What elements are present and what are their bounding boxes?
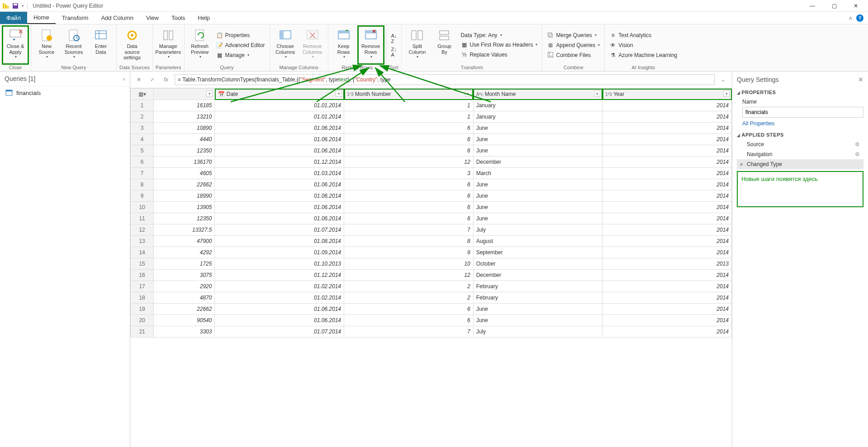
table-row[interactable]: 2 13210 01.01.2014 1 January 2014 — [131, 111, 732, 123]
cell[interactable]: 01.10.2013 — [215, 258, 344, 270]
cell[interactable]: 12350 — [154, 145, 215, 157]
cell[interactable]: 01.09.2014 — [215, 247, 344, 258]
cell[interactable]: March — [473, 168, 602, 179]
step-changed-type[interactable]: Changed Type — [737, 159, 863, 169]
table-row[interactable]: 21 3303 01.07.2014 7 July 2014 — [131, 326, 732, 338]
cell[interactable]: 13905 — [154, 202, 215, 213]
table-row[interactable]: 8 22662 01.06.2014 6 June 2014 — [131, 179, 732, 190]
save-icon[interactable] — [12, 2, 19, 10]
table-row[interactable]: 1 16185 01.01.2014 1 January 2014 — [131, 100, 732, 111]
table-row[interactable]: 4 4440 01.06.2014 6 June 2014 — [131, 134, 732, 145]
col-date[interactable]: 📅 Date▾ — [215, 89, 344, 100]
cell[interactable]: 3303 — [154, 326, 215, 338]
cell[interactable]: 9 — [344, 247, 474, 258]
cell[interactable]: 90540 — [154, 315, 215, 326]
cell[interactable]: 6 — [344, 213, 474, 224]
tab-home[interactable]: Home — [27, 12, 56, 24]
table-row[interactable]: 20 90540 01.06.2014 6 June 2014 — [131, 315, 732, 326]
sort-desc-button[interactable]: Z↓A — [389, 46, 399, 58]
minimize-button[interactable]: — — [806, 1, 819, 10]
table-corner[interactable]: ▦▾ — [131, 89, 154, 100]
cell[interactable]: June — [473, 213, 602, 224]
data-grid[interactable]: ▦▾ ▾ 📅 Date▾ 1²3 Month Number▾ Aᴮc Month… — [130, 88, 732, 447]
first-row-headers-button[interactable]: ▦Use First Row as Headers — [459, 40, 539, 49]
cell[interactable]: 2014 — [602, 123, 732, 134]
cell[interactable]: 1 — [344, 111, 474, 123]
cell[interactable]: January — [473, 111, 602, 123]
cell[interactable]: 6 — [344, 145, 474, 157]
table-row[interactable]: 10 13905 01.06.2014 6 June 2014 — [131, 202, 732, 213]
table-row[interactable]: 19 22662 01.06.2014 6 June 2014 — [131, 304, 732, 315]
cell[interactable]: 4440 — [154, 134, 215, 145]
keep-rows-button[interactable]: KeepRows — [331, 26, 356, 64]
filter-icon[interactable]: ▾ — [723, 90, 730, 97]
cell[interactable]: 01.06.2014 — [215, 145, 344, 157]
cell[interactable]: 2014 — [602, 100, 732, 111]
cell[interactable]: 01.12.2014 — [215, 157, 344, 168]
data-source-settings-button[interactable]: Data sourcesettings — [119, 26, 145, 64]
cell[interactable]: 01.12.2014 — [215, 270, 344, 281]
expand-formula-icon[interactable]: ⌄ — [718, 75, 728, 85]
data-type-button[interactable]: Data Type: Any — [459, 31, 539, 39]
col-unnamed[interactable]: ▾ — [154, 89, 215, 100]
table-row[interactable]: 13 47900 01.08.2014 8 August 2014 — [131, 236, 732, 247]
cell[interactable]: 2014 — [602, 168, 732, 179]
cell[interactable]: June — [473, 315, 602, 326]
gear-icon[interactable]: ⚙ — [855, 141, 860, 147]
cell[interactable]: June — [473, 145, 602, 157]
query-item-financials[interactable]: financials — [0, 86, 130, 99]
cell[interactable]: July — [473, 224, 602, 236]
replace-values-button[interactable]: ½Replace Values — [459, 50, 539, 59]
fx-icon[interactable]: fx — [161, 75, 171, 85]
cell[interactable]: 3 — [344, 168, 474, 179]
cell[interactable]: 01.06.2014 — [215, 179, 344, 190]
step-navigation[interactable]: Navigation⚙ — [737, 149, 863, 159]
group-by-button[interactable]: GroupBy — [432, 26, 457, 64]
cell[interactable]: 12350 — [154, 213, 215, 224]
table-row[interactable]: 12 13327.5 01.07.2014 7 July 2014 — [131, 224, 732, 236]
cell[interactable]: 2014 — [602, 157, 732, 168]
tab-help[interactable]: Help — [191, 12, 216, 24]
filter-icon[interactable]: ▾ — [594, 90, 600, 97]
tab-file[interactable]: Файл — [0, 12, 27, 24]
cell[interactable]: 2014 — [602, 202, 732, 213]
azure-ml-button[interactable]: ⚗Azure Machine Learning — [607, 51, 679, 60]
cell[interactable]: 6 — [344, 190, 474, 202]
cell[interactable]: 2014 — [602, 315, 732, 326]
cell[interactable]: 47900 — [154, 236, 215, 247]
remove-rows-button[interactable]: RemoveRows — [358, 26, 384, 64]
col-year[interactable]: 1²3 Year▾ — [602, 89, 732, 100]
table-row[interactable]: 17 2920 01.02.2014 2 February 2014 — [131, 281, 732, 292]
cell[interactable]: February — [473, 292, 602, 304]
append-queries-button[interactable]: ⊞Append Queries — [545, 41, 602, 50]
gear-icon[interactable]: ⚙ — [855, 151, 860, 157]
cell[interactable]: 2014 — [602, 190, 732, 202]
cell[interactable]: September — [473, 247, 602, 258]
cell[interactable]: 01.02.2014 — [215, 281, 344, 292]
cell[interactable]: 01.06.2014 — [215, 213, 344, 224]
recent-sources-button[interactable]: RecentSources — [61, 26, 86, 64]
cell[interactable]: 01.07.2014 — [215, 224, 344, 236]
cell[interactable]: 1 — [344, 100, 474, 111]
table-row[interactable]: 14 4292 01.09.2014 9 September 2014 — [131, 247, 732, 258]
enter-data-button[interactable]: EnterData — [88, 26, 114, 64]
table-row[interactable]: 15 1725 01.10.2013 10 October 2013 — [131, 258, 732, 270]
merge-queries-button[interactable]: ⿻Merge Queries — [545, 31, 602, 40]
filter-icon[interactable]: ▾ — [206, 90, 213, 97]
cell[interactable]: 01.06.2014 — [215, 202, 344, 213]
cell[interactable]: 12 — [344, 270, 474, 281]
cell[interactable]: June — [473, 123, 602, 134]
cell[interactable]: 2920 — [154, 281, 215, 292]
cell[interactable]: July — [473, 326, 602, 338]
cell[interactable]: 2014 — [602, 247, 732, 258]
collapse-ribbon-icon[interactable]: ∧ — [849, 15, 853, 21]
cell[interactable]: 3075 — [154, 270, 215, 281]
cell[interactable]: 01.06.2014 — [215, 190, 344, 202]
cell[interactable]: 8 — [344, 236, 474, 247]
cell[interactable]: 6 — [344, 315, 474, 326]
help-icon[interactable]: ? — [856, 14, 863, 22]
cell[interactable]: 2014 — [602, 281, 732, 292]
remove-columns-button[interactable]: RemoveColumns — [300, 26, 325, 64]
col-month-name[interactable]: Aᴮc Month Name▾ — [473, 89, 602, 100]
table-row[interactable]: 18 4870 01.02.2014 2 February 2014 — [131, 292, 732, 304]
